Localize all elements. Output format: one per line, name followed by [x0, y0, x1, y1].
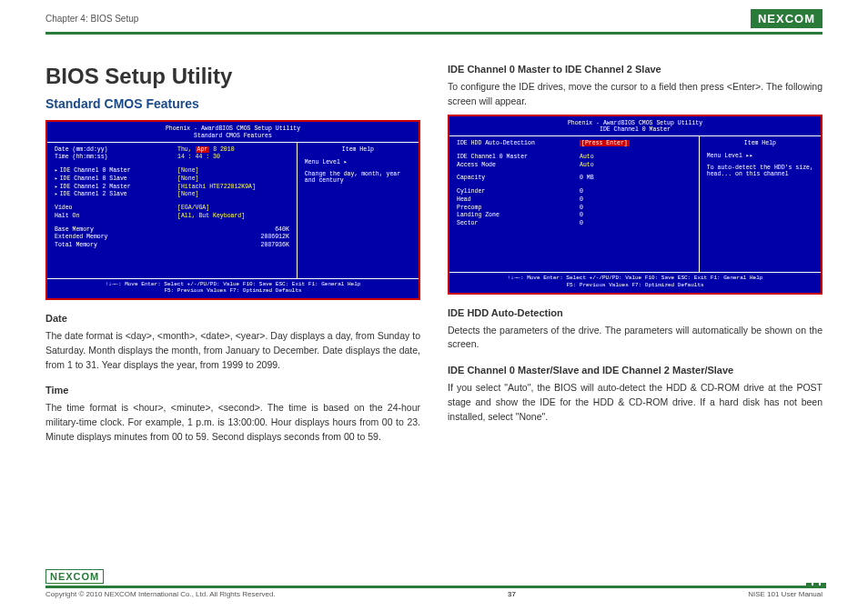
bios2-title1: Phoenix - AwardBIOS CMOS Setup Utility [449, 120, 821, 127]
bios-field-label: Precomp [457, 205, 580, 213]
bios-footer-keys: F5: Previous Values F7: Optimized Defaul… [453, 282, 817, 289]
paragraph-ide-channels: If you select "Auto", the BIOS will auto… [448, 381, 823, 424]
header-logo: NEXCOM [751, 9, 823, 28]
subheading-auto-detect: IDE HDD Auto-Detection [448, 307, 823, 318]
bios-field-label: Total Memory [55, 242, 177, 250]
bios-field-label[interactable]: IDE Channel 2 Master [55, 184, 177, 192]
bios-field-label[interactable]: IDE Channel 2 Slave [55, 191, 177, 199]
bios-field-value[interactable]: [Hitachi HTE722012K9A] [177, 184, 289, 192]
bios-field-value: 0 [580, 188, 691, 196]
bios-item-help-title: Item Help [707, 140, 813, 146]
bios-field-value[interactable]: [EGA/VGA] [177, 205, 289, 213]
bios-field-label[interactable]: IDE Channel 0 Slave [55, 175, 177, 184]
bios-field-value[interactable]: Auto [580, 162, 691, 170]
bios-footer-keys: ↑↓→←: Move Enter: Select +/-/PU/PD: Valu… [453, 275, 817, 282]
bios-screen-1: Phoenix - AwardBIOS CMOS Setup Utility S… [45, 120, 420, 300]
left-column: BIOS Setup Utility Standard CMOS Feature… [45, 64, 420, 450]
bios-field-value: 0 [580, 196, 691, 205]
footer-logo: NEXCOM [45, 569, 104, 584]
bios-field-label: Extended Memory [55, 234, 177, 242]
bios-help-desc: Change the day, month, year and century [305, 171, 411, 184]
bios-field-label: Date (mm:dd:yy) [55, 146, 177, 155]
footer-rule [45, 586, 823, 588]
bios-field-label: Base Memory [55, 226, 177, 235]
bios2-title2: IDE Channel 0 Master [449, 126, 821, 134]
bios-field-label: Cylinder [457, 188, 580, 196]
bios-field-value: 0 [580, 220, 691, 228]
bios-footer-keys: ↑↓→←: Move Enter: Select +/-/PU/PD: Valu… [51, 281, 415, 288]
page-number: 37 [508, 590, 516, 598]
doc-title: NISE 101 User Manual [748, 590, 823, 598]
subheading-ide-range: IDE Channel 0 Master to IDE Channel 2 Sl… [448, 64, 823, 75]
bios-field-value[interactable]: [None] [177, 167, 289, 175]
bios-field-value: 640K [177, 226, 289, 235]
subheading-date: Date [45, 313, 420, 324]
bios1-title1: Phoenix - AwardBIOS CMOS Setup Utility [47, 125, 419, 133]
paragraph-date: The date format is <day>, <month>, <date… [45, 329, 420, 372]
bios-field-value: 0 MB [580, 175, 691, 183]
page-title: BIOS Setup Utility [45, 64, 420, 89]
bios-field-value[interactable]: [None] [177, 175, 289, 184]
bios-field-label: Landing Zone [457, 212, 580, 220]
bios1-title2: Standard CMOS Features [47, 133, 419, 140]
bios-field-value[interactable]: [None] [177, 191, 289, 199]
subheading-ide-channels: IDE Channel 0 Master/Slave and IDE Chann… [448, 365, 823, 376]
bios-field-value: 2087936K [177, 242, 289, 250]
bios-field-label[interactable]: IDE Channel 0 Master [55, 167, 177, 175]
paragraph-time: The time format is <hour>, <minute>, <se… [45, 401, 420, 444]
bios-item-help-title: Item Help [305, 146, 411, 153]
bios-field-value[interactable]: Auto [580, 154, 691, 162]
bios-field-label: Head [457, 196, 580, 205]
bios-field-label: Sector [457, 220, 580, 228]
paragraph-ide-intro: To configure the IDE drives, move the cu… [448, 80, 823, 109]
bios-field-value[interactable]: [All, But Keyboard] [177, 213, 289, 221]
bios-field-value: 2086912K [177, 234, 289, 242]
bios-field-value: 0 [580, 205, 691, 213]
bios-field-label: Capacity [457, 175, 580, 183]
bios-menu-level: Menu Level ▸▸ [707, 152, 813, 159]
chapter-label: Chapter 4: BIOS Setup [45, 14, 138, 24]
bios-field-label: Time (hh:mm:ss) [55, 154, 177, 162]
right-column: IDE Channel 0 Master to IDE Channel 2 Sl… [448, 64, 823, 450]
bios-field-label: Video [55, 205, 177, 213]
copyright-text: Copyright © 2010 NEXCOM International Co… [45, 590, 276, 598]
bios-footer-keys: F5: Previous Values F7: Optimized Defaul… [51, 287, 415, 295]
bios-help-desc: To auto-detect the HDD's size, head... o… [707, 165, 813, 177]
bios-field-value[interactable]: 14 : 44 : 30 [177, 154, 289, 162]
bios-field-label: Access Mode [457, 162, 580, 170]
bios-field-value[interactable]: [Press Enter] [580, 140, 691, 148]
bios-field-label: IDE Channel 0 Master [457, 154, 580, 162]
bios-menu-level: Menu Level ▸ [305, 158, 411, 165]
bios-field-value: 0 [580, 212, 691, 220]
section-heading: Standard CMOS Features [45, 96, 420, 111]
bios-field-label: Halt On [55, 213, 177, 221]
paragraph-auto-detect: Detects the parameters of the drive. The… [448, 324, 823, 353]
bios-screen-2: Phoenix - AwardBIOS CMOS Setup Utility I… [448, 115, 823, 295]
header-rule [45, 32, 823, 35]
subheading-time: Time [45, 385, 420, 396]
bios-field-value[interactable]: Thu, Apr 8 2010 [177, 146, 289, 155]
bios-field-label: IDE HDD Auto-Detection [457, 140, 580, 148]
